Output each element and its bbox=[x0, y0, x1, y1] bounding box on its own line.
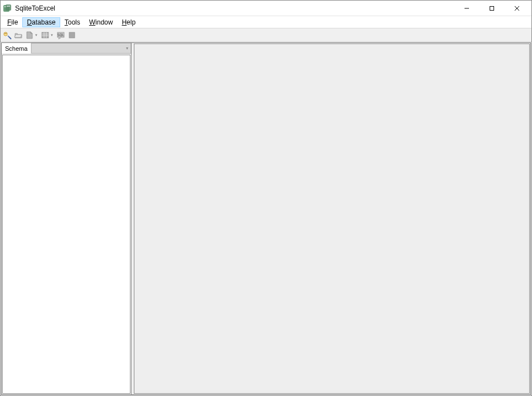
window-controls bbox=[454, 1, 529, 16]
sidebar: Schema ▾ bbox=[2, 43, 132, 394]
schema-combobox[interactable]: ▾ bbox=[31, 43, 131, 54]
document-dropdown[interactable]: ▼ bbox=[34, 33, 38, 37]
table-icon[interactable] bbox=[41, 31, 50, 40]
menu-tools[interactable]: Tools bbox=[60, 17, 85, 27]
svg-rect-18 bbox=[69, 32, 75, 38]
content-area bbox=[134, 44, 530, 394]
chevron-down-icon: ▾ bbox=[126, 46, 128, 51]
svg-rect-2 bbox=[6, 4, 11, 11]
app-icon bbox=[3, 4, 12, 13]
svg-rect-3 bbox=[7, 6, 10, 7]
export-icon[interactable] bbox=[67, 31, 76, 40]
schema-label: Schema bbox=[2, 43, 31, 54]
menu-database[interactable]: Database bbox=[22, 17, 60, 27]
svg-point-8 bbox=[4, 32, 7, 35]
menu-file[interactable]: File bbox=[3, 17, 22, 27]
menu-window[interactable]: Window bbox=[85, 17, 118, 27]
svg-rect-5 bbox=[490, 6, 494, 10]
tree-panel[interactable] bbox=[2, 55, 130, 394]
menubar: FileDatabaseToolsWindowHelp bbox=[1, 16, 531, 28]
query-icon[interactable]: SQL bbox=[56, 31, 65, 40]
schema-row: Schema ▾ bbox=[2, 43, 131, 54]
menu-help[interactable]: Help bbox=[117, 17, 140, 27]
svg-text:SQL: SQL bbox=[57, 33, 65, 37]
titlebar: SqliteToExcel bbox=[1, 1, 531, 16]
main-body: Schema ▾ bbox=[1, 42, 531, 395]
window-title: SqliteToExcel bbox=[15, 4, 55, 12]
maximize-button[interactable] bbox=[479, 1, 504, 16]
connect-icon[interactable] bbox=[3, 31, 12, 40]
document-icon[interactable] bbox=[25, 31, 34, 40]
svg-point-9 bbox=[4, 33, 5, 33]
toolbar: ▼ ▼ SQL bbox=[1, 28, 531, 42]
open-icon[interactable] bbox=[14, 31, 23, 40]
svg-rect-11 bbox=[42, 32, 49, 38]
svg-point-10 bbox=[6, 33, 6, 33]
minimize-button[interactable] bbox=[454, 1, 479, 16]
close-button[interactable] bbox=[504, 1, 529, 16]
table-dropdown[interactable]: ▼ bbox=[50, 33, 54, 37]
